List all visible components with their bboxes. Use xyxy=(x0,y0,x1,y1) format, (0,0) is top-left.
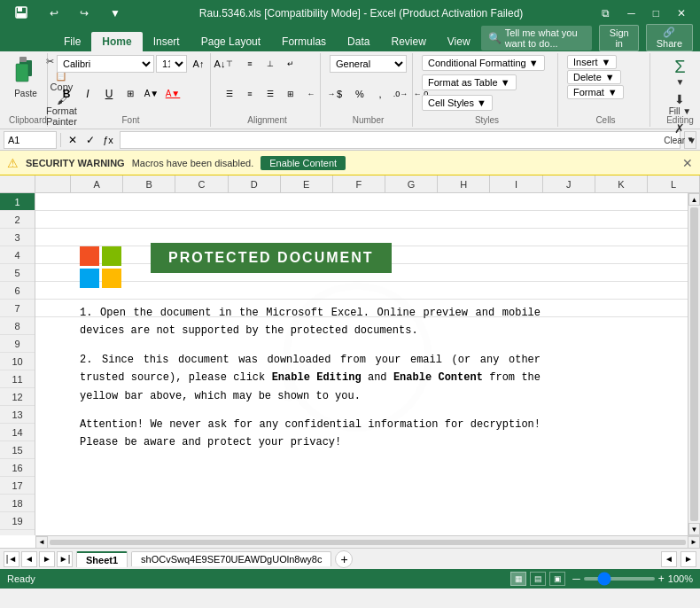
redo-button[interactable]: ↪ xyxy=(73,5,96,21)
row-num-20[interactable]: 20 xyxy=(0,530,35,535)
tell-me-search[interactable]: 🔍 Tell me what you want to do... xyxy=(481,26,593,51)
currency-button[interactable]: $ xyxy=(330,85,349,103)
col-header-H[interactable]: H xyxy=(438,175,490,193)
row-num-8[interactable]: 8 xyxy=(0,317,35,335)
cell-styles-button[interactable]: Cell Styles ▼ xyxy=(422,95,493,111)
horizontal-scroll-thumb[interactable] xyxy=(50,540,686,545)
tab-file[interactable]: File xyxy=(53,32,91,51)
zoom-in-button[interactable]: + xyxy=(658,573,665,585)
insert-function-button[interactable]: ƒx xyxy=(100,132,116,148)
row-num-5[interactable]: 5 xyxy=(0,264,35,282)
align-left-button[interactable]: ☰ xyxy=(220,85,239,103)
col-header-D[interactable]: D xyxy=(229,175,281,193)
merge-cells-button[interactable]: ⊞ xyxy=(281,85,300,103)
customize-qat-button[interactable]: ▼ xyxy=(103,5,128,21)
row-num-6[interactable]: 6 xyxy=(0,282,35,300)
tab-insert[interactable]: Insert xyxy=(143,32,191,51)
col-header-J[interactable]: J xyxy=(543,175,595,193)
save-button[interactable] xyxy=(7,4,35,24)
tab-home[interactable]: Home xyxy=(91,32,142,51)
page-break-view-button[interactable]: ▣ xyxy=(549,572,565,586)
row-num-7[interactable]: 7 xyxy=(0,300,35,317)
format-cells-button[interactable]: Format ▼ xyxy=(567,85,624,99)
formula-input[interactable] xyxy=(120,131,681,149)
share-button[interactable]: 🔗 Share xyxy=(646,24,693,51)
align-center-button[interactable]: ≡ xyxy=(240,85,260,103)
col-header-L[interactable]: L xyxy=(648,175,700,193)
row-num-14[interactable]: 14 xyxy=(0,424,35,441)
col-header-C[interactable]: C xyxy=(175,175,228,193)
fill-color-button[interactable]: A▼ xyxy=(142,85,161,103)
font-size-select[interactable]: 11 xyxy=(156,55,187,73)
font-name-select[interactable]: Calibri xyxy=(57,55,154,73)
sheet-tab-2[interactable]: shOCvSwq4E9SE70UEAWDgUOln8wy8c xyxy=(131,551,331,566)
fill-button[interactable]: ⬇ Fill ▼ xyxy=(665,90,695,118)
align-top-button[interactable]: ⊤ xyxy=(220,55,239,73)
tab-view[interactable]: View xyxy=(437,32,481,51)
row-num-16[interactable]: 16 xyxy=(0,459,35,477)
row-num-4[interactable]: 4 xyxy=(0,246,35,264)
indent-decrease-button[interactable]: ← xyxy=(301,85,321,103)
vertical-scrollbar[interactable]: ▲ ▼ xyxy=(688,193,700,535)
font-color-button[interactable]: A▼ xyxy=(163,85,183,103)
underline-button[interactable]: U xyxy=(99,85,119,103)
align-bottom-button[interactable]: ⊥ xyxy=(261,55,280,73)
close-button[interactable]: ✕ xyxy=(670,5,693,21)
sheet-last-button[interactable]: ►| xyxy=(57,551,73,567)
col-header-I[interactable]: I xyxy=(490,175,542,193)
col-header-K[interactable]: K xyxy=(595,175,648,193)
col-header-G[interactable]: G xyxy=(385,175,438,193)
select-all-button[interactable] xyxy=(0,175,35,192)
delete-cells-button[interactable]: Delete ▼ xyxy=(567,70,621,84)
row-num-15[interactable]: 15 xyxy=(0,441,35,459)
increase-font-button[interactable]: A↑ xyxy=(189,55,208,73)
tab-scroll-left[interactable]: ◄ xyxy=(661,551,677,567)
col-header-B[interactable]: B xyxy=(123,175,175,193)
row-num-1[interactable]: 1 xyxy=(0,193,35,211)
row-num-10[interactable]: 10 xyxy=(0,353,35,370)
percent-button[interactable]: % xyxy=(350,85,369,103)
increase-decimal-button[interactable]: .0→ xyxy=(391,85,410,103)
tab-formulas[interactable]: Formulas xyxy=(271,32,337,51)
confirm-formula-button[interactable]: ✓ xyxy=(82,132,98,148)
col-header-F[interactable]: F xyxy=(333,175,385,193)
comma-button[interactable]: , xyxy=(370,85,390,103)
tab-page-layout[interactable]: Page Layout xyxy=(191,32,271,51)
autosum-button[interactable]: Σ ▼ xyxy=(671,55,688,89)
tab-review[interactable]: Review xyxy=(380,32,436,51)
restore-button[interactable]: ⧉ xyxy=(595,5,617,21)
align-right-button[interactable]: ☰ xyxy=(261,85,280,103)
scroll-up-button[interactable]: ▲ xyxy=(688,193,700,206)
scroll-down-button[interactable]: ▼ xyxy=(688,523,700,535)
tab-data[interactable]: Data xyxy=(337,32,380,51)
zoom-slider[interactable] xyxy=(584,577,655,581)
number-format-select[interactable]: General xyxy=(330,55,407,73)
sheet-first-button[interactable]: |◄ xyxy=(4,551,19,567)
col-header-A[interactable]: A xyxy=(71,175,123,193)
zoom-out-button[interactable]: ─ xyxy=(572,573,580,585)
col-header-E[interactable]: E xyxy=(281,175,333,193)
row-num-12[interactable]: 12 xyxy=(0,388,35,406)
tab-scroll-right[interactable]: ► xyxy=(681,551,696,567)
sheet-prev-button[interactable]: ◄ xyxy=(21,551,37,567)
sheet-next-button[interactable]: ► xyxy=(39,551,55,567)
row-num-3[interactable]: 3 xyxy=(0,229,35,246)
row-num-19[interactable]: 19 xyxy=(0,512,35,530)
borders-button[interactable]: ⊞ xyxy=(121,85,140,103)
conditional-formatting-button[interactable]: Conditional Formatting ▼ xyxy=(422,55,545,71)
wrap-text-button[interactable]: ↵ xyxy=(281,55,300,73)
sign-in-button[interactable]: Sign in xyxy=(599,25,639,51)
add-sheet-button[interactable]: + xyxy=(335,550,353,568)
sheet-tab-1[interactable]: Sheet1 xyxy=(76,551,128,567)
italic-button[interactable]: I xyxy=(78,85,97,103)
row-num-17[interactable]: 17 xyxy=(0,477,35,495)
row-num-18[interactable]: 18 xyxy=(0,495,35,512)
format-as-table-button[interactable]: Format as Table ▼ xyxy=(422,74,517,90)
scroll-thumb[interactable] xyxy=(690,207,698,521)
row-num-2[interactable]: 2 xyxy=(0,211,35,229)
align-middle-button[interactable]: ≡ xyxy=(240,55,260,73)
row-num-11[interactable]: 11 xyxy=(0,370,35,388)
cancel-formula-button[interactable]: ✕ xyxy=(65,132,81,148)
normal-view-button[interactable]: ▦ xyxy=(510,572,526,586)
row-num-13[interactable]: 13 xyxy=(0,406,35,424)
